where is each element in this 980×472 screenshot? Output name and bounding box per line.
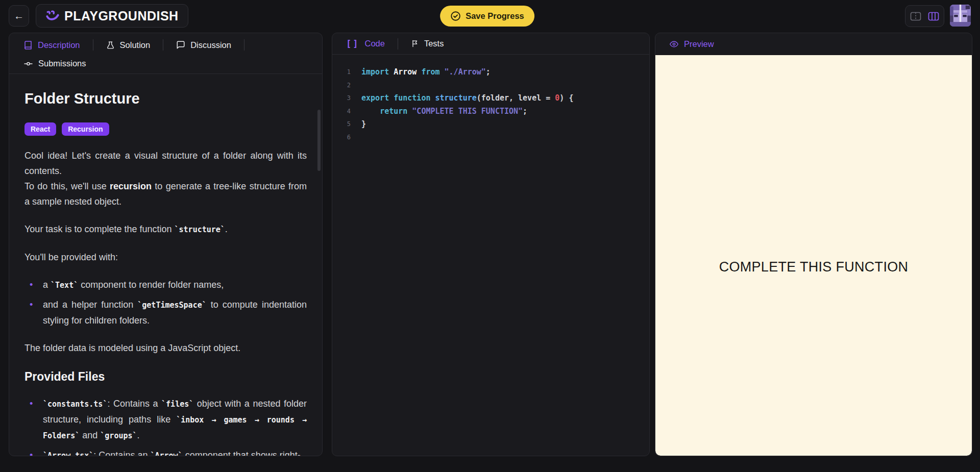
list-item: •and a helper function `getTimesSpace` t… <box>24 297 307 328</box>
problem-description: Folder Structure React Recursion Cool id… <box>9 74 322 456</box>
line-number: 5 <box>332 118 351 131</box>
code-line[interactable]: 3export function structure(folder, level… <box>332 92 649 105</box>
tab-separator <box>93 39 93 51</box>
two-column-layout-icon[interactable] <box>910 11 921 21</box>
playgroundish-logo-icon <box>45 10 60 22</box>
preview-output-text: COMPLETE THIS FUNCTION <box>655 259 972 275</box>
code-text: return "COMPLETE THIS FUNCTION"; <box>351 105 527 118</box>
problem-title: Folder Structure <box>24 89 307 108</box>
tab-description[interactable]: Description <box>23 40 80 50</box>
editor-panel-tabs: [] Code Tests <box>332 33 649 55</box>
paragraph: The folder data is modeled using a JavaS… <box>24 340 307 356</box>
preview-panel: Preview COMPLETE THIS FUNCTION <box>655 33 972 456</box>
tab-separator <box>163 39 163 51</box>
code-text <box>351 79 366 92</box>
chat-icon <box>176 40 185 49</box>
flag-icon <box>411 39 419 48</box>
code-line[interactable]: 2 <box>332 79 649 92</box>
code-line[interactable]: 1import Arrow from "./Arrow"; <box>332 66 649 79</box>
line-number: 1 <box>332 66 351 79</box>
bullet-dot: • <box>30 297 33 312</box>
user-avatar[interactable] <box>950 5 971 27</box>
back-button[interactable]: ← <box>9 5 29 27</box>
section-heading: Provided Files <box>24 370 307 384</box>
check-circle-icon <box>450 11 461 21</box>
description-scrollbar[interactable] <box>317 110 321 171</box>
tag-react[interactable]: React <box>24 122 56 136</box>
tab-solution-label: Solution <box>120 40 151 50</box>
tag-recursion[interactable]: Recursion <box>62 122 109 136</box>
tab-tests-label: Tests <box>424 39 444 48</box>
commit-icon <box>23 59 33 68</box>
brackets-icon: [] <box>346 39 359 49</box>
tab-solution[interactable]: Solution <box>106 40 151 50</box>
problem-panel: Description Solution Discussion <box>9 33 323 456</box>
three-column-layout-icon[interactable] <box>928 11 939 21</box>
tab-separator <box>398 38 398 49</box>
logo-text: PLAYGROUNDISH <box>64 9 179 23</box>
top-bar: ← PLAYGROUNDISH Save Progress <box>0 0 980 33</box>
code-text: } <box>351 118 366 131</box>
tab-tests[interactable]: Tests <box>411 39 444 48</box>
problem-panel-tabs: Description Solution Discussion <box>9 33 322 74</box>
save-progress-button[interactable]: Save Progress <box>440 6 534 27</box>
tab-submissions[interactable]: Submissions <box>23 59 86 68</box>
code-line[interactable]: 5} <box>332 118 649 131</box>
line-number: 6 <box>332 131 351 144</box>
code-line[interactable]: 6 <box>332 131 649 144</box>
code-text: export function structure(folder, level … <box>351 92 573 105</box>
bullet-list: •`constants.ts`: Contains a `files` obje… <box>24 396 307 456</box>
layout-toggle-group <box>905 5 944 27</box>
bullet-list: •a `Text` component to render folder nam… <box>24 277 307 328</box>
code-editor[interactable]: 1import Arrow from "./Arrow";2 3export f… <box>332 55 649 144</box>
line-number: 3 <box>332 92 351 105</box>
save-progress-label: Save Progress <box>465 11 524 21</box>
code-text: import Arrow from "./Arrow"; <box>351 66 491 79</box>
tab-preview[interactable]: Preview <box>669 39 714 49</box>
tab-separator <box>244 39 244 51</box>
preview-panel-header: Preview <box>655 33 972 55</box>
tab-submissions-label: Submissions <box>38 59 86 68</box>
logo[interactable]: PLAYGROUNDISH <box>36 4 188 28</box>
code-text <box>351 131 366 144</box>
paragraph: Cool idea! Let's create a visual structu… <box>24 148 307 209</box>
tab-code-label: Code <box>364 39 384 48</box>
bullet-dot: • <box>30 448 33 456</box>
eye-icon <box>669 40 679 48</box>
bullet-dot: • <box>30 277 33 292</box>
code-line[interactable]: 4 return "COMPLETE THIS FUNCTION"; <box>332 105 649 118</box>
paragraph: You'll be provided with: <box>24 250 307 265</box>
arrow-left-icon: ← <box>14 10 24 22</box>
preview-output: COMPLETE THIS FUNCTION <box>655 55 972 456</box>
tag-row: React Recursion <box>24 122 307 136</box>
bullet-dot: • <box>30 396 33 411</box>
line-number: 2 <box>332 79 351 92</box>
tab-code[interactable]: [] Code <box>346 39 385 49</box>
tab-discussion-label: Discussion <box>190 40 231 50</box>
tab-description-label: Description <box>38 40 80 50</box>
flask-icon <box>106 40 115 50</box>
list-item: •`constants.ts`: Contains a `files` obje… <box>24 396 307 443</box>
list-item: •`Arrow.tsx`: Contains an `Arrow` compon… <box>24 448 307 456</box>
paragraph: Your task is to complete the function `s… <box>24 221 307 237</box>
list-item: •a `Text` component to render folder nam… <box>24 277 307 293</box>
tab-discussion[interactable]: Discussion <box>176 40 231 50</box>
editor-panel: [] Code Tests 1import Arrow from "./Arro… <box>332 33 650 456</box>
line-number: 4 <box>332 105 351 118</box>
book-icon <box>23 40 33 50</box>
tab-preview-label: Preview <box>684 39 714 49</box>
